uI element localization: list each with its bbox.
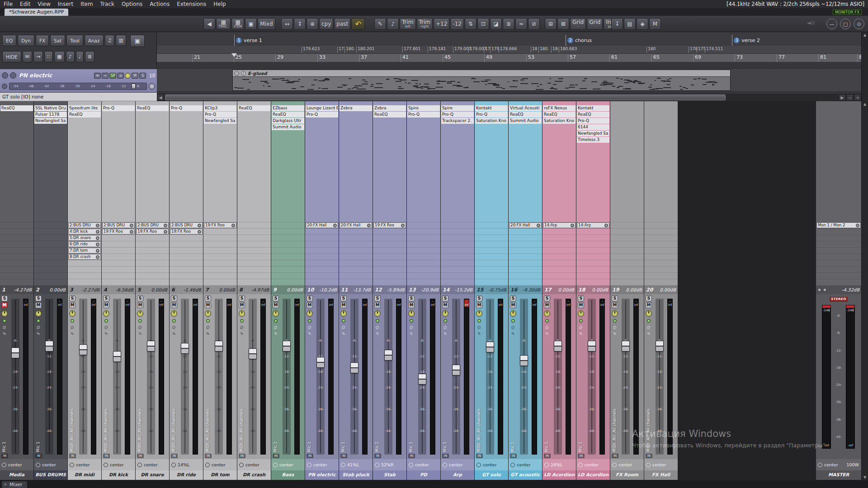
sends-area[interactable] xyxy=(34,222,67,286)
toolbar-button-grid-cross[interactable]: ⊠ xyxy=(557,18,569,30)
send-slot[interactable]: 2:BUS DRU xyxy=(68,222,101,228)
mixer-scroll-up-icon[interactable]: ▲ xyxy=(862,102,868,106)
input-label[interactable]: Mic 1 xyxy=(443,441,447,452)
fx-slot[interactable]: Pro-Q xyxy=(475,112,508,117)
send-slot[interactable]: 2:BUS DRU xyxy=(102,222,135,228)
peak-readout[interactable]: -inf xyxy=(363,300,367,307)
send-slot[interactable]: 6:DR ride xyxy=(68,241,101,247)
fx-slot[interactable]: Trackspacer 2. xyxy=(441,118,474,124)
send-knob[interactable] xyxy=(130,230,133,234)
fx-chain-area[interactable]: Pro-Q xyxy=(170,101,203,222)
fx-slot[interactable]: Kontakt xyxy=(577,105,609,111)
send-slot[interactable]: 2:BUS DRU xyxy=(170,222,203,228)
input-label[interactable]: MIDI: All: All channels xyxy=(104,408,108,452)
pan-readout[interactable]: center xyxy=(245,462,259,467)
env-button[interactable]: ✎ xyxy=(307,331,313,337)
volume-readout[interactable]: 0.00dB xyxy=(626,287,644,292)
hardware-output-slot[interactable]: Mon 1 / Mon 2 xyxy=(816,222,861,228)
fx-chain-area[interactable]: SpirePro-QTrackspacer 2. xyxy=(441,101,474,222)
master-mode-button[interactable]: STEREO xyxy=(830,297,848,302)
phase-indicator-icon[interactable] xyxy=(544,463,549,467)
phase-indicator-icon[interactable] xyxy=(205,463,210,467)
gain-knob[interactable] xyxy=(374,310,381,317)
fader-thumb[interactable] xyxy=(554,341,562,352)
fx-slot[interactable]: SSL Native Dru xyxy=(34,105,67,111)
fx-slot[interactable]: Summit Audio xyxy=(509,118,542,124)
volume-readout[interactable]: 0.00dB xyxy=(660,287,678,292)
level-meter[interactable]: -inf xyxy=(667,299,673,455)
quick-button-anaz[interactable]: Anaz xyxy=(85,35,104,46)
save-button[interactable]: ▣ xyxy=(130,35,145,47)
fx-slot[interactable]: ReaEQ xyxy=(509,112,542,117)
send-knob[interactable] xyxy=(164,224,167,227)
fader-thumb[interactable] xyxy=(656,341,664,352)
gain-knob[interactable] xyxy=(612,310,618,317)
level-meter[interactable]: -inf xyxy=(226,299,232,455)
fx-slot[interactable]: Pro-Q xyxy=(577,118,609,124)
tempo-marker[interactable]: 17 xyxy=(484,47,490,53)
zoom-in-icon[interactable]: + xyxy=(854,94,861,101)
phase-indicator-icon[interactable] xyxy=(443,463,447,467)
volume-fader[interactable]: -6--12--18--24--36--48- xyxy=(622,299,630,455)
toolbar-button-list[interactable]: ≣ xyxy=(503,18,514,30)
zoom-out-icon[interactable]: − xyxy=(846,94,854,101)
level-meter[interactable]: -inf xyxy=(125,299,130,455)
input-label[interactable]: Mic 1 xyxy=(341,441,345,452)
volume-slider[interactable]: -54-48-42-36-30-24-18-12-6 xyxy=(9,83,147,90)
tempo-marker[interactable]: 18: xyxy=(551,47,559,53)
fx-chain-area[interactable]: ReaEQ xyxy=(0,101,33,222)
fader-thumb[interactable] xyxy=(486,342,494,352)
toolbar-button-lock[interactable]: ⊘ xyxy=(528,18,540,30)
solo-button[interactable]: S xyxy=(544,296,550,301)
peak-readout[interactable]: -inf xyxy=(532,300,537,307)
toolbar-button-trim-left[interactable]: Trimleft xyxy=(400,18,416,30)
input-button[interactable]: IN xyxy=(646,454,652,458)
fx-slot[interactable]: Kontakt xyxy=(475,105,508,111)
send-slot[interactable]: 2:BUS DRU xyxy=(136,222,169,228)
volume-fader[interactable]: -6--12--18--24--36--48- xyxy=(486,299,494,455)
fx-slot[interactable]: ReaEQ xyxy=(136,105,169,111)
send-slot[interactable]: 20:FX Hall xyxy=(340,222,372,228)
track-name-label[interactable]: DR snare xyxy=(136,470,169,480)
fx-slot[interactable]: Saturation Kno xyxy=(475,118,508,124)
track-name[interactable]: PN electric xyxy=(19,72,52,79)
fx-chain-area[interactable]: EZbassReaEQDarkglass UltrSummit Audio xyxy=(271,101,305,222)
master-knob-icon[interactable] xyxy=(817,288,821,292)
volume-fader[interactable]: -6--12--18--24--36--48- xyxy=(45,299,53,455)
minimize-button[interactable]: — xyxy=(826,19,837,29)
peak-readout[interactable]: -inf xyxy=(193,300,198,307)
phase-button[interactable]: ∅ xyxy=(408,325,415,330)
fx-slot[interactable]: ReaEQ xyxy=(577,112,609,117)
fx-chain-area[interactable]: KClip3Pro-QNewfangled Sa xyxy=(203,101,237,222)
input-button[interactable]: IN xyxy=(103,454,110,458)
piano-icon[interactable]: ♫ xyxy=(105,35,115,46)
toolbar-button-fit[interactable]: ⊡ xyxy=(477,18,489,30)
volume-readout[interactable]: 0.00dB xyxy=(558,287,576,292)
volume-fader[interactable]: -6--12--18--24--36--48- xyxy=(554,299,562,455)
mute-button[interactable]: M xyxy=(408,302,415,308)
fx-slot[interactable]: Summit Audio xyxy=(272,124,304,130)
send-slot[interactable]: 8:DR crash xyxy=(68,254,101,260)
fader-thumb[interactable] xyxy=(79,344,87,355)
toolbar-button-metronome[interactable]: ◈ xyxy=(637,18,648,30)
solo-button[interactable]: S xyxy=(273,296,279,301)
track-name-label[interactable]: DR crash xyxy=(237,470,271,480)
volume-readout[interactable]: -6.56dB xyxy=(116,287,135,292)
tempo-marker[interactable]: 180 xyxy=(646,47,656,53)
send-knob[interactable] xyxy=(537,224,540,227)
tempo-lane[interactable]: 179.62317180.180.201177.801179.181179.00… xyxy=(157,46,861,53)
toolbar-button-copy[interactable]: cpy xyxy=(319,18,333,30)
peak-readout[interactable]: -inf xyxy=(566,300,571,307)
toolbar-button-nav-back[interactable]: ◀ xyxy=(203,18,215,30)
master-knob-icon[interactable] xyxy=(823,288,827,292)
mute-button[interactable]: M xyxy=(544,302,550,308)
solo-button[interactable]: S xyxy=(408,296,415,301)
menu-item-help[interactable]: Help xyxy=(210,0,229,8)
env-button[interactable]: ✎ xyxy=(476,331,482,337)
input-label[interactable]: Mic 1 xyxy=(579,441,583,452)
volume-fader[interactable]: -6--12--18--24--36--48- xyxy=(350,299,359,455)
mute-button[interactable]: M xyxy=(340,302,347,308)
menu-item-extensions[interactable]: Extensions xyxy=(173,0,210,8)
phase-button[interactable]: ∅ xyxy=(103,325,109,330)
tempo-marker[interactable]: 18 xyxy=(531,47,537,53)
